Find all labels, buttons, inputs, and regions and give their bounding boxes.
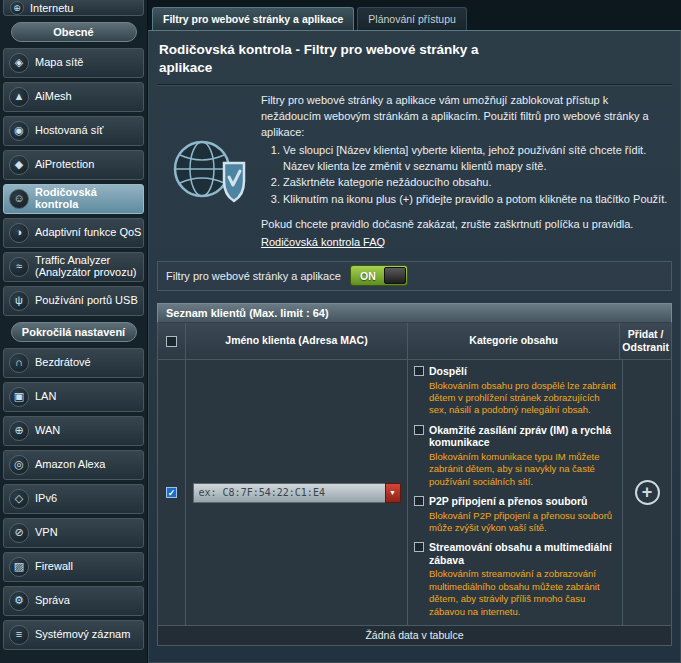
router-admin-app: ⊕ Internetu Obecné ◈ Mapa sítě ▲ AiMesh … [0, 0, 681, 663]
client-dropdown-button[interactable]: ▼ [385, 483, 401, 503]
filter-toggle-label: Filtry pro webové stránky a aplikace [158, 270, 350, 282]
sidebar-item-label: AiMesh [35, 91, 72, 103]
firewall-icon: ▨ [9, 557, 29, 577]
note-paragraph: Pokud chcete pravidlo dočasně zakázat, z… [261, 217, 670, 233]
traffic-analyzer-icon: ≈ [9, 257, 29, 277]
sidebar-item-wireless[interactable]: ∩ Bezdrátové [3, 348, 144, 378]
sidebar-item-wan[interactable]: ⊕ WAN [3, 416, 144, 446]
category-label: Dospělí [429, 365, 467, 378]
sidebar-item-label: VPN [35, 527, 58, 539]
sidebar-item-label: Systémový záznam [35, 629, 130, 641]
filter-toggle-row: Filtry pro webové stránky a aplikace ON [157, 261, 672, 291]
sidebar-item-label: Hostovaná síť [35, 125, 103, 137]
sidebar-item-label: Mapa sítě [35, 57, 83, 69]
usb-icon: ψ [9, 291, 29, 311]
network-map-icon: ◈ [9, 53, 29, 73]
sidebar-item-traffic-analyzer[interactable]: ≈ Traffic Analyzer (Analyzátor provozu) [3, 252, 144, 282]
sidebar-item-usb[interactable]: ψ Používání portů USB [3, 286, 144, 316]
sidebar-item-label: Používání portů USB [35, 295, 138, 307]
sidebar-item-label: IPv6 [35, 493, 57, 505]
aimesh-icon: ▲ [9, 87, 29, 107]
instruction-step: Ve sloupci [Název klienta] vyberte klien… [283, 143, 670, 174]
ipv6-icon: ◇ [9, 489, 29, 509]
category-p2p-checkbox[interactable] [414, 496, 424, 506]
faq-link[interactable]: Rodičovská kontrola FAQ [261, 235, 385, 251]
category-adult: Dospělí Blokováním obsahu pro dospělé lz… [414, 365, 616, 417]
gear-icon: ⚙ [9, 591, 29, 611]
table-header-row: Jméno klienta (Adresa MAC) Kategorie obs… [158, 323, 671, 360]
content-categories: Dospělí Blokováním obsahu pro dospělé lz… [408, 360, 623, 625]
sidebar-item-parental-control[interactable]: ☺ Rodičovská kontrola [3, 184, 144, 214]
sidebar-item-vpn[interactable]: ⊘ VPN [3, 518, 144, 548]
empty-table-message: Žádná data v tabulce [158, 625, 671, 645]
tab-bar: Filtry pro webové stránky a aplikace Plá… [148, 0, 681, 30]
category-label: Okamžité zasílání zpráv (IM) a rychlá ko… [429, 424, 616, 449]
internet-icon: ⊕ [10, 1, 24, 15]
page-title: Rodičovská kontrola - Filtry pro webové … [157, 35, 537, 84]
wan-icon: ⊕ [9, 421, 29, 441]
sidebar-item-label: Adaptivní funkce QoS [35, 227, 141, 239]
alexa-icon: ◎ [9, 455, 29, 475]
parental-control-icon: ☺ [9, 189, 29, 209]
sidebar-item-label: Internetu [30, 2, 73, 14]
sidebar-item-label: AiProtection [35, 159, 94, 171]
select-all-checkbox[interactable] [166, 336, 177, 347]
wireless-icon: ∩ [9, 353, 29, 373]
sidebar-item-system-log[interactable]: ≡ Systémový záznam [3, 620, 144, 650]
add-rule-button[interactable]: + [635, 480, 660, 505]
sidebar-item-amazon-alexa[interactable]: ◎ Amazon Alexa [3, 450, 144, 480]
sidebar-item-label: Amazon Alexa [35, 459, 105, 471]
category-label: P2P připojení a přenos souborů [429, 495, 588, 508]
sidebar-item-ipv6[interactable]: ◇ IPv6 [3, 484, 144, 514]
intro-text: Filtry pro webové stránky a aplikace vám… [261, 93, 672, 250]
instruction-step: Zaškrtněte kategorie nežádoucího obsahu. [283, 175, 670, 191]
sidebar-item-label: WAN [35, 425, 60, 437]
filter-on-off-toggle[interactable]: ON [350, 265, 408, 286]
aiprotection-icon: ◆ [9, 155, 29, 175]
sidebar-item-label: Firewall [35, 561, 73, 573]
category-streaming: Streamování obsahu a multimediální zábav… [414, 541, 616, 618]
sidebar-item-firewall[interactable]: ▨ Firewall [3, 552, 144, 582]
rule-enabled-checkbox[interactable]: ✓ [166, 487, 177, 498]
category-description: Blokováním komunikace typu IM můžete zab… [429, 451, 616, 488]
sidebar-item-network-map[interactable]: ◈ Mapa sítě [3, 48, 144, 78]
tab-access-scheduling[interactable]: Plánování přístupu [357, 7, 467, 30]
lan-icon: ▣ [9, 387, 29, 407]
category-im-checkbox[interactable] [414, 425, 424, 435]
sidebar-item-lan[interactable]: ▣ LAN [3, 382, 144, 412]
vpn-icon: ⊘ [9, 523, 29, 543]
category-streaming-checkbox[interactable] [414, 542, 424, 552]
client-list-title: Seznam klientů (Max. limit : 64) [157, 303, 672, 323]
sidebar-item-aiprotection[interactable]: ◆ AiProtection [3, 150, 144, 180]
instruction-step: Kliknutím na ikonu plus (+) přidejte pra… [283, 192, 670, 208]
sidebar-item-label: Traffic Analyzer (Analyzátor provozu) [35, 255, 143, 278]
table-row: ✓ ▼ Dospělí [158, 360, 671, 625]
content-panel: Rodičovská kontrola - Filtry pro webové … [148, 30, 681, 663]
column-header-add-remove: Přidat / Odstranit [620, 323, 671, 359]
qos-icon: ◑ [9, 223, 29, 243]
sidebar-section-advanced: Pokročilá nastavení [11, 322, 137, 342]
sidebar-item-internet[interactable]: ⊕ Internetu [3, 0, 144, 16]
category-label: Streamování obsahu a multimediální zábav… [429, 541, 616, 566]
category-adult-checkbox[interactable] [414, 366, 424, 376]
guest-network-icon: ◉ [9, 121, 29, 141]
sidebar-item-label: LAN [35, 391, 56, 403]
tab-web-app-filters[interactable]: Filtry pro webové stránky a aplikace [152, 7, 354, 30]
sidebar-item-label: Správa [35, 595, 70, 607]
sidebar-item-guest-network[interactable]: ◉ Hostovaná síť [3, 116, 144, 146]
category-description: Blokováním obsahu pro dospělé lze zabrán… [429, 380, 616, 417]
sidebar-item-adaptive-qos[interactable]: ◑ Adaptivní funkce QoS [3, 218, 144, 248]
client-mac-combobox: ▼ [193, 483, 401, 503]
intro-paragraph: Filtry pro webové stránky a aplikace vám… [261, 93, 670, 140]
toggle-knob[interactable] [384, 267, 406, 284]
log-icon: ≡ [9, 625, 29, 645]
category-p2p: P2P připojení a přenos souborů Blokování… [414, 495, 616, 534]
sidebar-item-aimesh[interactable]: ▲ AiMesh [3, 82, 144, 112]
column-header-content-category: Kategorie obsahu [408, 323, 620, 359]
category-instant-messaging: Okamžité zasílání zpráv (IM) a rychlá ko… [414, 424, 616, 488]
main-content: Filtry pro webové stránky a aplikace Plá… [148, 0, 681, 663]
client-mac-input[interactable] [193, 483, 385, 503]
column-header-client-name: Jméno klienta (Adresa MAC) [186, 323, 408, 359]
sidebar-item-administration[interactable]: ⚙ Správa [3, 586, 144, 616]
sidebar-item-label: Rodičovská kontrola [35, 187, 143, 210]
